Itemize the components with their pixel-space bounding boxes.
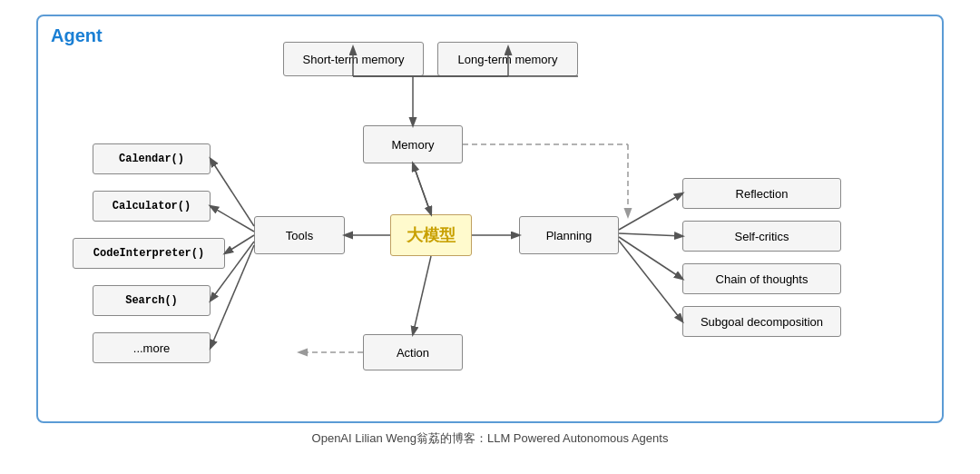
self-critics-box: Self-critics xyxy=(682,221,841,252)
svg-line-13 xyxy=(211,206,254,232)
subgoal-box: Subgoal decomposition xyxy=(682,306,841,337)
center-model-box: 大模型 xyxy=(390,214,472,256)
tools-box: Tools xyxy=(254,216,345,254)
svg-line-8 xyxy=(413,163,431,214)
diagram-container: Agent Short-term memory Long-term memory… xyxy=(36,15,944,423)
svg-line-20 xyxy=(619,241,682,321)
svg-line-14 xyxy=(225,235,254,253)
calculator-box: Calculator() xyxy=(93,191,211,222)
memory-box: Memory xyxy=(363,125,463,163)
outer-wrapper: Agent Short-term memory Long-term memory… xyxy=(18,15,962,459)
code-interpreter-box: CodeInterpreter() xyxy=(73,238,225,269)
more-box: ...more xyxy=(93,332,211,363)
calendar-box: Calendar() xyxy=(93,143,211,174)
short-term-memory-box: Short-term memory xyxy=(283,42,424,76)
svg-line-18 xyxy=(619,233,682,236)
reflection-box: Reflection xyxy=(682,178,841,209)
long-term-memory-box: Long-term memory xyxy=(437,42,578,76)
agent-label: Agent xyxy=(51,25,103,46)
svg-line-7 xyxy=(413,163,431,214)
svg-line-11 xyxy=(413,256,431,334)
planning-box: Planning xyxy=(519,216,619,254)
action-box: Action xyxy=(363,334,463,370)
search-box: Search() xyxy=(93,285,211,316)
chain-of-thoughts-box: Chain of thoughts xyxy=(682,263,841,294)
svg-line-17 xyxy=(619,193,682,230)
svg-line-12 xyxy=(211,159,254,226)
caption: OpenAI Lilian Weng翁荔的博客：LLM Powered Auto… xyxy=(312,430,669,447)
svg-line-19 xyxy=(619,237,682,279)
